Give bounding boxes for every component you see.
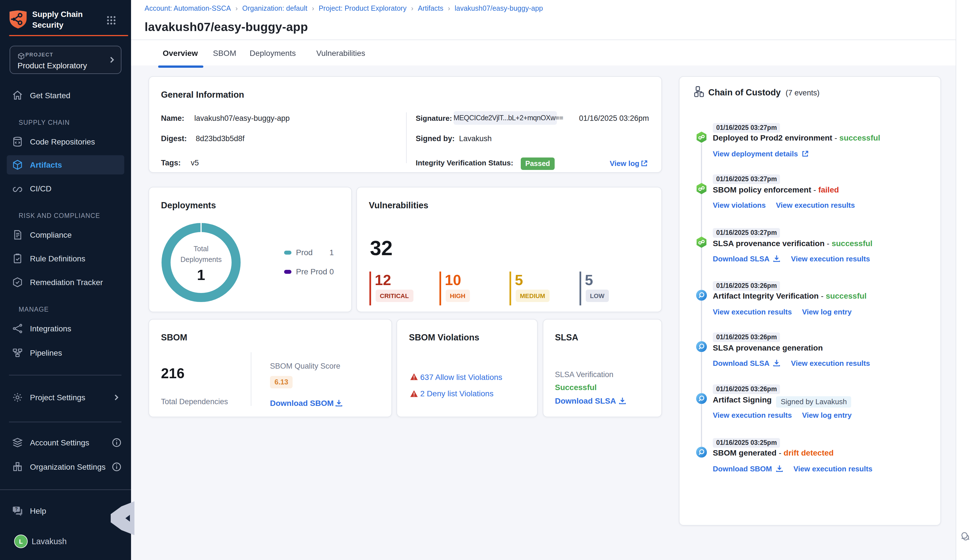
svg-text:?: ? (15, 507, 18, 512)
